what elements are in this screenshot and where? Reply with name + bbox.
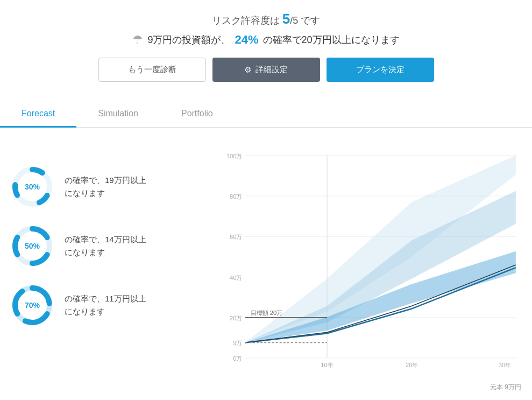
svg-text:9万: 9万 (233, 340, 242, 346)
donut-70: 70% (11, 284, 54, 327)
svg-text:60万: 60万 (230, 234, 242, 240)
svg-text:20年: 20年 (406, 362, 418, 368)
stat-desc-30-line1: の確率で、19万円以上 (65, 174, 146, 187)
svg-text:80万: 80万 (230, 193, 242, 200)
stat-row-70: 70% の確率で、11万円以上 になります (11, 284, 215, 327)
donut-30-label: 30% (25, 183, 40, 191)
svg-text:40万: 40万 (230, 275, 242, 281)
risk-suffix: です (301, 15, 320, 26)
settings-icon: ⚙ (244, 65, 251, 75)
buttons-row: もう一度診断 ⚙ 詳細設定 プランを決定 (0, 58, 532, 82)
stat-text-50: の確率で、14万円以上 になります (65, 233, 146, 259)
svg-text:0万: 0万 (233, 355, 242, 362)
retry-button[interactable]: もう一度診断 (98, 58, 206, 82)
tab-portfolio[interactable]: Portfolio (160, 101, 235, 128)
stat-text-30: の確率で、19万円以上 になります (65, 174, 146, 200)
settings-button[interactable]: ⚙ 詳細設定 (212, 58, 320, 82)
subtitle-suffix: の確率で20万円以上になります (263, 33, 400, 46)
subtitle-prefix: 9万円の投資額が、 (147, 33, 230, 46)
tabs-row: Forecast Simulation Portfolio (0, 101, 532, 128)
stat-row-30: 30% の確率で、19万円以上 になります (11, 165, 215, 208)
top-section: リスク許容度は 5/5 です ☂ 9万円の投資額が、 24% の確率で20万円以… (0, 0, 532, 101)
risk-label-text: リスク許容度は (212, 15, 280, 26)
risk-current: 5 (282, 11, 290, 27)
donut-50-label: 50% (25, 242, 40, 250)
subtitle-highlight: 24% (235, 33, 258, 47)
svg-text:10年: 10年 (321, 362, 333, 368)
svg-text:目標額 20万: 目標額 20万 (251, 310, 283, 316)
svg-text:100万: 100万 (226, 153, 243, 159)
left-panel: 30% の確率で、19万円以上 になります 50% の確率で、14万円以上 にな… (11, 144, 215, 392)
svg-text:20万: 20万 (230, 315, 242, 321)
stat-row-50: 50% の確率で、14万円以上 になります (11, 224, 215, 268)
stat-desc-30-line2: になります (65, 187, 146, 200)
settings-label: 詳細設定 (256, 65, 288, 75)
svg-text:30年: 30年 (499, 362, 511, 368)
stat-desc-70-line2: になります (65, 305, 146, 318)
donut-70-label: 70% (25, 301, 40, 310)
risk-title: リスク許容度は 5/5 です (0, 11, 532, 27)
tab-simulation[interactable]: Simulation (76, 101, 160, 128)
right-panel: 100万 80万 60万 40万 20万 0万 (226, 144, 521, 392)
chart-base-note: 元本 9万円 (226, 383, 521, 392)
donut-50: 50% (11, 224, 54, 268)
decide-button[interactable]: プランを決定 (327, 58, 434, 82)
stat-desc-50-line1: の確率で、14万円以上 (65, 233, 146, 246)
tab-forecast[interactable]: Forecast (0, 101, 76, 128)
umbrella-icon: ☂ (132, 33, 143, 47)
chart-area: 100万 80万 60万 40万 20万 0万 (226, 144, 521, 381)
stat-desc-50-line2: になります (65, 246, 146, 259)
stat-desc-70-line1: の確率で、11万円以上 (65, 292, 146, 305)
stat-text-70: の確率で、11万円以上 になります (65, 292, 146, 318)
content-area: 30% の確率で、19万円以上 になります 50% の確率で、14万円以上 にな… (0, 128, 532, 400)
svg-marker-19 (245, 156, 516, 343)
donut-30: 30% (11, 165, 54, 208)
subtitle: ☂ 9万円の投資額が、 24% の確率で20万円以上になります (0, 33, 532, 47)
risk-max: 5 (293, 15, 298, 26)
